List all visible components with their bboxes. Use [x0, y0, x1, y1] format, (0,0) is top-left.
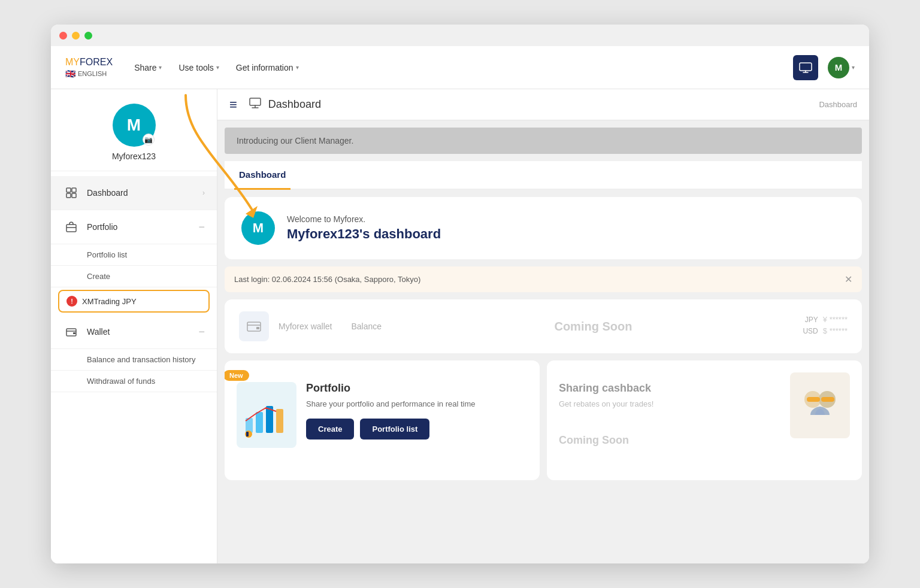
welcome-text: Welcome to Myforex. Myforex123's dashboa…: [287, 214, 441, 242]
nav-share[interactable]: Share ▾: [134, 63, 162, 72]
sidebar-navigation: Dashboard › Portfolio −: [51, 171, 217, 397]
balance-history-label: Balance and transaction history: [87, 355, 195, 364]
portfolio-promo-desc: Share your portfolio and performance in …: [306, 398, 476, 410]
welcome-sub: Welcome to Myforex.: [287, 214, 441, 224]
svg-rect-14: [276, 409, 283, 433]
new-badge: New: [225, 370, 249, 381]
logo-forex: FOREX: [80, 57, 113, 68]
sidebar-item-portfolio[interactable]: Portfolio −: [51, 210, 217, 244]
nav-items: Share ▾ Use tools ▾ Get information ▾: [134, 63, 793, 72]
withdrawal-label: Withdrawal of funds: [87, 377, 155, 386]
content-area: ≡ Dashboard Dashboard Introducing our Cl…: [217, 89, 869, 563]
minimize-dot[interactable]: [72, 32, 80, 40]
login-notice-text: Last login: 02.06.2024 15:56 (Osaka, Sap…: [234, 275, 420, 284]
maximize-dot[interactable]: [84, 32, 92, 40]
content-header-icon: [249, 98, 261, 111]
welcome-avatar: M: [241, 211, 275, 245]
close-dot[interactable]: [59, 32, 67, 40]
flag-icon: 🇬🇧: [65, 69, 75, 78]
language-selector[interactable]: 🇬🇧 ENGLISH: [65, 69, 113, 78]
svg-rect-8: [250, 98, 261, 105]
sidebar-item-withdrawal[interactable]: Withdrawal of funds: [51, 371, 217, 392]
wallet-coming-soon: Coming Soon: [396, 320, 791, 334]
dashboard-content: M Welcome to Myforex. Myforex123's dashb…: [217, 190, 869, 487]
camera-icon[interactable]: 📷: [143, 134, 155, 146]
user-chevron-icon: ▾: [852, 64, 855, 71]
nav-use-tools[interactable]: Use tools ▾: [178, 63, 219, 72]
portfolio-list-button[interactable]: Portfolio list: [360, 419, 429, 440]
nav-share-label: Share: [134, 63, 156, 72]
dashboard-icon: [63, 184, 80, 201]
hamburger-icon[interactable]: ≡: [229, 97, 237, 113]
portfolio-card-content: Portfolio Share your portfolio and perfo…: [237, 382, 528, 448]
svg-rect-4: [72, 193, 76, 198]
sidebar-collapse-icon: −: [198, 221, 205, 234]
svg-rect-0: [800, 63, 812, 71]
sidebar-user: M 📷 Myforex123: [51, 89, 217, 171]
usd-value: $ ******: [823, 326, 848, 335]
content-header: ≡ Dashboard Dashboard: [217, 89, 869, 120]
portfolio-promo-card: New: [225, 360, 540, 480]
user-avatar[interactable]: M: [828, 57, 849, 78]
sidebar-item-create[interactable]: Create: [51, 266, 217, 287]
chevron-down-icon: ▾: [159, 64, 162, 71]
welcome-card: M Welcome to Myforex. Myforex123's dashb…: [225, 197, 862, 259]
sidebar-item-wallet[interactable]: Wallet −: [51, 315, 217, 349]
svg-rect-1: [66, 188, 71, 192]
chevron-down-icon: ▾: [216, 64, 219, 71]
xmtrading-label: XMTrading JPY: [82, 297, 137, 306]
main-layout: M 📷 Myforex123: [51, 89, 869, 563]
cashback-promo-card: Sharing cashback Get rebates on your tra…: [547, 360, 862, 480]
svg-rect-2: [72, 188, 76, 192]
portfolio-list-label: Portfolio list: [87, 250, 127, 259]
wallet-amounts: JPY ¥ ****** USD $ ******: [800, 315, 848, 338]
svg-rect-5: [66, 225, 76, 232]
breadcrumb: Dashboard: [819, 100, 857, 109]
sidebar-item-portfolio-list[interactable]: Portfolio list: [51, 244, 217, 266]
tabs-bar: Dashboard: [225, 161, 862, 190]
tab-dashboard[interactable]: Dashboard: [234, 161, 290, 190]
user-menu[interactable]: M ▾: [828, 57, 855, 78]
sidebar-item-xmtrading[interactable]: ! XMTrading JPY: [58, 290, 210, 313]
portfolio-promo-title: Portfolio: [306, 382, 476, 395]
logo: MY FOREX 🇬🇧 ENGLISH: [65, 57, 113, 78]
language-label: ENGLISH: [78, 70, 107, 77]
nav-get-information[interactable]: Get information ▾: [236, 63, 299, 72]
jpy-value: ¥ ******: [823, 315, 848, 324]
sidebar-avatar: M 📷: [113, 104, 156, 147]
top-navigation: MY FOREX 🇬🇧 ENGLISH Share ▾ Use tools ▾ …: [51, 46, 869, 89]
welcome-title: Myforex123's dashboard: [287, 226, 441, 242]
balance-label: Balance: [351, 322, 382, 331]
intro-banner: Introducing our Client Manager.: [225, 128, 862, 154]
svg-rect-3: [66, 193, 71, 198]
login-notice: Last login: 02.06.2024 15:56 (Osaka, Sap…: [225, 266, 862, 292]
svg-rect-16: [246, 432, 249, 437]
sidebar-item-dashboard[interactable]: Dashboard ›: [51, 176, 217, 210]
usd-label: USD: [800, 327, 818, 335]
wallet-submenu: Balance and transaction history Withdraw…: [51, 349, 217, 392]
portfolio-promo-text: Portfolio Share your portfolio and perfo…: [306, 382, 476, 448]
sidebar-wallet-label: Wallet: [87, 327, 198, 337]
error-icon: !: [66, 296, 77, 307]
sidebar-item-balance-history[interactable]: Balance and transaction history: [51, 349, 217, 371]
sidebar-avatar-initial: M: [127, 116, 141, 135]
topnav-right: M ▾: [793, 55, 855, 80]
create-portfolio-button[interactable]: Create: [306, 419, 354, 440]
sidebar-dashboard-label: Dashboard: [87, 188, 202, 198]
wallet-card: Myforex wallet Balance Coming Soon JPY ¥…: [225, 299, 862, 353]
usd-row: USD $ ******: [800, 326, 848, 335]
titlebar: [51, 25, 869, 46]
svg-rect-7: [73, 332, 75, 334]
close-notice-button[interactable]: ✕: [845, 274, 852, 285]
sidebar-portfolio-label: Portfolio: [87, 222, 198, 232]
sidebar-wallet-collapse-icon: −: [198, 326, 205, 338]
monitor-icon[interactable]: [793, 55, 818, 80]
logo-my: MY: [65, 57, 80, 68]
banner-text: Introducing our Client Manager.: [237, 136, 353, 146]
content-header-title: Dashboard: [268, 98, 321, 111]
portfolio-illustration: [237, 382, 296, 448]
jpy-row: JPY ¥ ******: [800, 315, 848, 324]
portfolio-promo-buttons: Create Portfolio list: [306, 419, 476, 440]
create-label: Create: [87, 272, 110, 281]
wallet-card-icon: [239, 311, 269, 341]
